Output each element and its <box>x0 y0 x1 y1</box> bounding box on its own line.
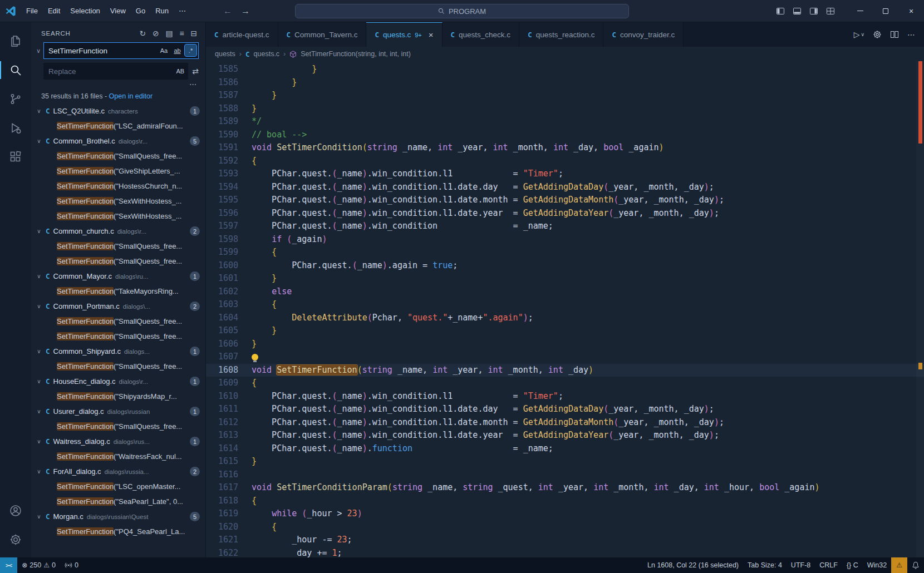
breadcrumb-item-file[interactable]: quests.c <box>254 50 280 58</box>
notifications-bell-button[interactable] <box>907 557 924 573</box>
code-line[interactable]: 1617void SetTimerConditionParam(string _… <box>206 481 924 495</box>
code-line[interactable]: 1612 PChar.quest.(_name).win_condition.l… <box>206 416 924 429</box>
lightbulb-icon[interactable] <box>252 354 258 360</box>
collapse-all-icon[interactable]: ⊟ <box>190 29 198 38</box>
menu-item-run[interactable]: Run <box>150 4 174 17</box>
code-line[interactable]: 1618{ <box>206 495 924 508</box>
toggle-replace-chevron[interactable]: ∨ <box>33 42 43 80</box>
file-row[interactable]: ∨CCommon_Portman.cdialogs\...2 <box>31 299 205 314</box>
code-line[interactable]: 1602 else <box>206 285 924 299</box>
match-row[interactable]: SetTimerFunction("SmallQuests_free... <box>31 329 205 344</box>
toggle-secondary-sidebar-button[interactable] <box>809 7 818 16</box>
chevron-down-icon[interactable]: ∨ <box>36 228 42 234</box>
warning-badge[interactable]: ⚠ <box>891 557 907 573</box>
code-line[interactable]: 1592{ <box>206 155 924 168</box>
file-row[interactable]: ∨CCommon_Mayor.cdialogs\ru...1 <box>31 269 205 284</box>
back-arrow-icon[interactable]: ← <box>223 6 232 16</box>
file-row[interactable]: ∨CCommon_Shipyard.cdialogs...1 <box>31 344 205 359</box>
activity-source-control-button[interactable] <box>0 85 31 113</box>
code-line[interactable]: 1616 <box>206 468 924 482</box>
code-line[interactable]: 1591void SetTimerCondition(string _name,… <box>206 141 924 155</box>
regex-icon[interactable]: .* <box>185 45 196 56</box>
cursor-position-status[interactable]: Ln 1608, Col 22 (16 selected) <box>643 557 743 573</box>
match-row[interactable]: SetTimerFunction("WaitressFack_nul... <box>31 449 205 464</box>
code-line[interactable]: 1610 PChar.quest.(_name).win_condition.l… <box>206 390 924 403</box>
code-line[interactable]: 1589*/ <box>206 115 924 129</box>
settings-gear-icon[interactable] <box>873 30 882 39</box>
match-row[interactable]: SetTimerFunction("SeaPearl_Late", 0... <box>31 494 205 509</box>
breadcrumb-item-symbol[interactable]: SetTimerFunction(string, int, int, int) <box>301 50 411 58</box>
match-row[interactable]: SetTimerFunction("ShipyardsMap_r... <box>31 389 205 404</box>
activity-settings-button[interactable] <box>0 525 31 554</box>
chevron-down-icon[interactable]: ∨ <box>36 273 42 279</box>
code-line[interactable]: 1599 { <box>206 246 924 259</box>
menu-item-file[interactable]: File <box>21 4 43 17</box>
run-file-button[interactable]: ▷ ∨ <box>854 30 864 39</box>
menu-item-view[interactable]: View <box>105 4 131 17</box>
file-row[interactable]: ∨CUsurer_dialog.cdialogs\russian1 <box>31 404 205 419</box>
code-line[interactable]: 1601 } <box>206 272 924 285</box>
tab-quests_check.c[interactable]: C quests_check.c <box>443 22 520 47</box>
chevron-down-icon[interactable]: ∨ <box>36 438 42 444</box>
match-row[interactable]: SetTimerFunction("SexWithHostess_... <box>31 194 205 209</box>
preserve-case-icon[interactable]: AB <box>174 65 186 77</box>
match-row[interactable]: SetTimerFunction("LSC_admiralFoun... <box>31 118 205 134</box>
close-button[interactable]: × <box>898 0 924 22</box>
activity-search-button[interactable] <box>0 56 31 85</box>
match-row[interactable]: SetTimerFunction("SmallQuests_free... <box>31 314 205 329</box>
whole-word-icon[interactable]: ab <box>171 45 183 56</box>
remote-indicator[interactable]: >< <box>0 557 17 573</box>
code-line[interactable]: 1585 } <box>206 63 924 76</box>
code-line[interactable]: 1614 PChar.quest.(_name).function = _nam… <box>206 442 924 456</box>
code-line[interactable]: 1621 _hour -= 23; <box>206 534 924 547</box>
toggle-panel-button[interactable] <box>793 7 802 16</box>
code-line[interactable]: 1605 } <box>206 324 924 338</box>
search-details-more-icon[interactable]: ⋯ <box>189 80 196 88</box>
menu-item-edit[interactable]: Edit <box>43 4 65 17</box>
code-line[interactable]: 1613 PChar.quest.(_name).win_condition.l… <box>206 429 924 442</box>
code-line[interactable]: 1620 { <box>206 521 924 534</box>
tab-quests_reaction.c[interactable]: C quests_reaction.c <box>519 22 603 47</box>
tab-quests.c[interactable]: C quests.c 9+ × <box>366 22 442 47</box>
chevron-down-icon[interactable]: ∨ <box>36 348 42 354</box>
minimize-button[interactable] <box>847 0 873 22</box>
code-line[interactable]: 1608void SetTimerFunction(string _name, … <box>206 364 924 377</box>
command-center-search[interactable]: PROGRAM <box>295 4 629 18</box>
chevron-down-icon[interactable]: ∨ <box>36 138 42 144</box>
match-case-icon[interactable]: Aa <box>158 45 170 56</box>
match-row[interactable]: SetTimerFunction("PQ4_SeaPearl_La... <box>31 524 205 539</box>
activity-account-button[interactable] <box>0 496 31 525</box>
customize-layout-button[interactable] <box>826 7 835 16</box>
code-line[interactable]: 1587 } <box>206 89 924 102</box>
match-row[interactable]: SetTimerFunction("SmallQuests_free... <box>31 149 205 164</box>
code-line[interactable]: 1594 PChar.quest.(_name).win_condition.l… <box>206 181 924 194</box>
code-line[interactable]: 1603 { <box>206 298 924 312</box>
file-row[interactable]: ∨CWaitress_dialog.cdialogs\rus...1 <box>31 434 205 449</box>
match-row[interactable]: SetTimerFunction("TakeMayorsRing... <box>31 284 205 299</box>
tab-article-quest.c[interactable]: C article-quest.c <box>206 22 278 47</box>
clear-results-icon[interactable]: ⊘ <box>153 29 160 38</box>
chevron-down-icon[interactable]: ∨ <box>36 513 42 520</box>
tab-close-icon[interactable]: × <box>429 30 434 39</box>
code-line[interactable]: 1619 while (_hour > 23) <box>206 507 924 521</box>
overview-ruler[interactable] <box>916 61 924 557</box>
new-search-editor-icon[interactable]: ▤ <box>165 29 173 38</box>
chevron-down-icon[interactable]: ∨ <box>36 108 42 114</box>
code-line[interactable]: 1606} <box>206 338 924 351</box>
code-line[interactable]: 1600 PChar.quest.(_name).again = true; <box>206 259 924 273</box>
chevron-down-icon[interactable]: ∨ <box>36 303 42 309</box>
replace-all-icon[interactable]: ⇄ <box>192 67 199 76</box>
match-row[interactable]: SetTimerFunction("SmallQuests_free... <box>31 419 205 434</box>
code-line[interactable]: 1595 PChar.quest.(_name).win_condition.l… <box>206 194 924 207</box>
tab-Common_Tavern.c[interactable]: C Common_Tavern.c <box>278 22 367 47</box>
tab-convoy_traider.c[interactable]: C convoy_traider.c <box>603 22 684 47</box>
ports-status[interactable]: 0 <box>60 557 83 573</box>
menu-more-button[interactable]: ⋯ <box>174 4 191 17</box>
tab-size-status[interactable]: Tab Size: 4 <box>743 557 787 573</box>
breadcrumb-item-quests[interactable]: quests <box>215 50 235 58</box>
match-row[interactable]: SetTimerFunction("LSC_openMaster... <box>31 479 205 494</box>
open-in-editor-link[interactable]: Open in editor <box>109 92 153 100</box>
platform-status[interactable]: Win32 <box>863 557 891 573</box>
menu-item-selection[interactable]: Selection <box>65 4 105 17</box>
maximize-button[interactable] <box>873 0 898 22</box>
